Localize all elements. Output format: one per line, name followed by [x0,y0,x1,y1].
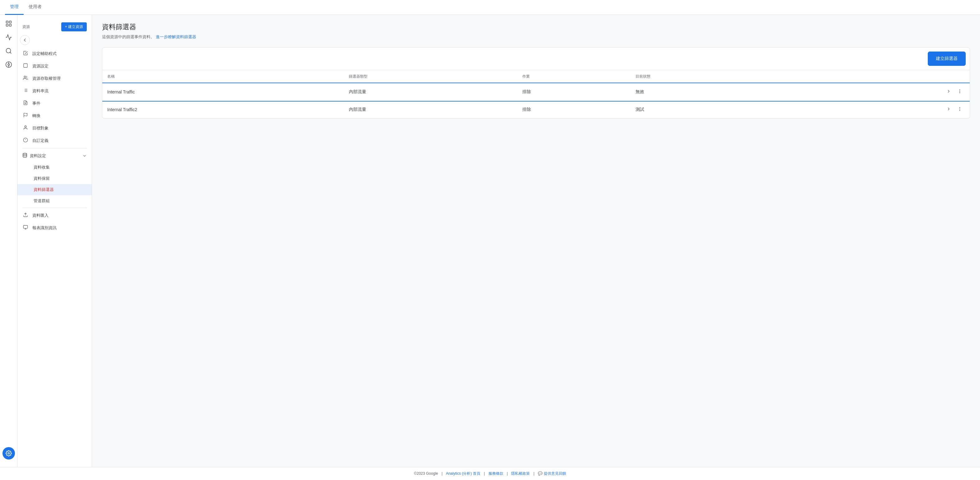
data-streams-icon [22,88,29,94]
sidebar-advertising-icon[interactable] [3,59,15,71]
sidebar-reports-icon[interactable] [3,31,15,43]
data-retention-label: 資料保留 [33,176,50,181]
learn-more-link[interactable]: 進一步瞭解資料篩選器 [156,35,196,39]
table-row: Internal Traffic 內部流量 排除 無效 [102,83,970,101]
custom-definitions-icon [22,138,29,144]
svg-rect-3 [9,24,11,26]
sidebar-subitem-data-filters[interactable]: 資料篩選器 [18,184,92,195]
sidebar-item-access-management[interactable]: 資源存取權管理 [18,72,92,85]
col-actions [781,70,970,83]
row-1-chevron-button[interactable] [943,87,954,96]
data-import-icon [22,212,29,219]
audiences-label: 目標對象 [32,125,48,131]
sidebar-subitem-channel-groups[interactable]: 管道群組 [18,195,92,206]
row-2-more-button[interactable] [955,105,965,114]
svg-point-26 [23,153,27,154]
conversions-label: 轉換 [32,113,40,119]
row-2-current-state: 測試 [630,101,781,119]
icon-sidebar [0,15,18,467]
data-settings-chevron-icon [83,154,87,158]
sidebar-item-audiences[interactable]: 目標對象 [18,122,92,135]
reporting-id-icon [22,225,29,231]
col-current-state: 目前狀態 [630,70,781,83]
back-button[interactable] [20,35,30,45]
custom-definitions-label: 自訂定義 [32,138,48,143]
access-management-icon [22,76,29,82]
footer-terms-link[interactable]: 服務條款 [488,471,503,476]
resource-settings-label: 資源設定 [32,63,48,69]
footer: ©2023 Google | Analytics (分析) 首頁 | 服務條款 … [0,467,980,480]
svg-point-35 [959,109,960,109]
sidebar-explore-icon[interactable] [3,45,15,57]
footer-privacy-link[interactable]: 隱私權政策 [511,471,530,476]
conversions-icon [22,113,29,119]
sidebar-item-data-settings[interactable]: 資料設定 [18,150,92,162]
svg-point-7 [8,63,10,65]
row-2-chevron-button[interactable] [943,105,954,114]
footer-copyright: ©2023 Google [414,471,438,476]
sidebar-home-icon[interactable] [3,17,15,30]
row-1-actions [781,83,970,101]
footer-sep-4: | [533,471,535,476]
row-1-filter-type: 內部流量 [344,83,517,101]
reporting-id-label: 報表識別資訊 [32,225,57,231]
data-settings-icon [22,153,27,158]
tab-manage[interactable]: 管理 [5,0,24,15]
svg-point-10 [8,453,10,454]
footer-analytics-link[interactable]: Analytics (分析) 首頁 [446,471,480,476]
col-filter-type: 篩選器類型 [344,70,517,83]
row-1-more-button[interactable] [955,87,965,96]
settings-bottom [3,445,15,464]
top-nav: 管理 使用者 [0,0,980,15]
svg-rect-2 [6,24,8,26]
sidebar-subitem-data-collection[interactable]: 資料收集 [18,162,92,173]
channel-groups-label: 管道群組 [33,198,50,204]
svg-point-33 [959,92,960,93]
data-collection-label: 資料收集 [33,165,50,170]
resource-label: 資源 [22,24,30,30]
col-name: 名稱 [102,70,344,83]
table-header: 名稱 篩選器類型 作業 目前狀態 [102,70,970,83]
sidebar-item-data-streams[interactable]: 資料串流 [18,85,92,97]
tab-users[interactable]: 使用者 [24,0,47,15]
setup-wizard-label: 設定輔助程式 [32,51,57,57]
audiences-icon [22,125,29,131]
row-1-operation: 排除 [517,83,630,101]
sidebar-subitem-data-retention[interactable]: 資料保留 [18,173,92,184]
events-label: 事件 [32,101,40,106]
footer-feedback-icon: 💬 [538,471,542,476]
col-operation: 作業 [517,70,630,83]
sidebar-item-data-import[interactable]: 資料匯入 [18,209,92,222]
sidebar-item-reporting-id[interactable]: 報表識別資訊 [18,222,92,234]
card-header: 建立篩選器 [102,48,970,70]
sidebar-item-events[interactable]: 事件 [18,97,92,109]
row-2-filter-type: 內部流量 [344,101,517,119]
svg-point-32 [959,91,960,91]
row-2-operation: 排除 [517,101,630,119]
svg-point-12 [24,76,25,78]
create-filter-button[interactable]: 建立篩選器 [929,52,965,65]
table-row: Internal Traffic2 內部流量 排除 測試 [102,101,970,119]
svg-line-5 [10,52,11,54]
sidebar-item-setup-wizard[interactable]: 設定輔助程式 [18,48,92,60]
footer-sep-1: | [442,471,442,476]
svg-rect-1 [9,21,11,23]
create-resource-button[interactable]: + 建立資源 [61,22,87,32]
data-settings-label: 資料設定 [30,153,80,158]
footer-sep-3: | [507,471,508,476]
data-streams-label: 資料串流 [32,88,48,94]
sidebar-divider [22,148,87,149]
settings-gear-icon[interactable] [3,447,15,459]
sidebar-item-custom-definitions[interactable]: 自訂定義 [18,135,92,147]
sidebar-resource-header: 資源 + 建立資源 [18,20,92,34]
footer-feedback-link[interactable]: 提供意見回饋 [544,471,566,476]
setup-wizard-icon [22,51,29,57]
svg-rect-11 [24,63,27,67]
sidebar-item-resource-settings[interactable]: 資源設定 [18,60,92,72]
filters-card: 建立篩選器 名稱 篩選器類型 作業 目前狀態 Internal Traffic [102,47,970,119]
svg-point-22 [25,126,26,127]
sidebar-item-conversions[interactable]: 轉換 [18,109,92,122]
table-body: Internal Traffic 內部流量 排除 無效 [102,83,970,119]
row-1-current-state: 無效 [630,83,781,101]
svg-rect-0 [6,21,8,23]
